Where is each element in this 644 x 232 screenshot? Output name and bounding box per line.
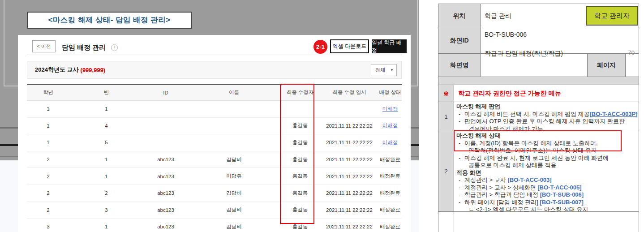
note-mark: ※ [438, 85, 454, 102]
table-cell: abc123 [143, 224, 188, 229]
spec-line: 적용 화면 [454, 169, 639, 177]
table-cell: 배정완료 [378, 223, 402, 230]
chevron-down-icon: ▼ [390, 68, 394, 72]
table-cell: 이담유 [188, 173, 280, 180]
spec-line: -마스킹 해제 버튼 선택 시, 마스킹 해제 팝업 제공[BO-T-ACC-0… [454, 111, 639, 118]
section-content: 마스킹 해제 상태-이름, 계정(ID) 항목은 마스킹 해제 상태로 노출하며… [454, 131, 639, 211]
spec-text: 마스킹 해제 팝업 [456, 103, 500, 110]
assignment-status: 배정완료 [380, 207, 400, 212]
spec-screen-link[interactable]: [BO-T-ACC-005] [537, 184, 581, 191]
table-cell: 2021.11.11 22:22:22 [320, 224, 378, 229]
section-content: 마스킹 해제 팝업-마스킹 해제 버튼 선택 시, 마스킹 해제 팝업 제공[B… [454, 102, 639, 131]
table-cell: abc123 [143, 174, 188, 179]
assignment-status[interactable]: 미배정 [382, 106, 398, 112]
table-cell: 배정완료 [378, 156, 402, 163]
table-cell: 배정완료 [378, 190, 402, 197]
spec-text: ㄴ <2-1> 엑셀 다운로드 시는 마스킹 상태 유지 [468, 206, 588, 211]
table-cell: 홍길동 [280, 223, 320, 230]
table-row: 21abc123김담비홍길동2021.11.11 22:22:22배정완료 [27, 151, 402, 168]
table-cell: 2021.11.11 22:22:22 [320, 123, 378, 129]
column-header: 학년 [27, 89, 69, 96]
bullet-dash: - [454, 176, 464, 184]
table-cell: 2021.11.11 22:22:22 [320, 207, 378, 213]
excel-download-button[interactable]: 엑셀 다운로드 [330, 39, 369, 53]
header-divider [27, 55, 402, 55]
spec-text: 연락처(전화번호, 이메일주소)는 마스킹 상태 유지 [468, 147, 597, 154]
table-cell: 김담비 [188, 223, 280, 230]
column-header: 최종 수정자 [280, 89, 320, 96]
spec-line: 공통으로 마스킹 해제 상태를 적용 [454, 162, 639, 169]
screen-name-label: 화면명 [438, 54, 481, 77]
table-row: 23abc123김담비홍길동2021.11.11 22:22:22배정완료 [27, 202, 402, 219]
column-header: 반 [69, 89, 143, 96]
assignment-status: 배정완료 [380, 190, 400, 196]
location-label: 위치 [438, 4, 481, 28]
page-number: 70 [628, 49, 635, 56]
note-text: 학교 관리자 권한만 접근 가능한 메뉴 [454, 85, 639, 102]
table-cell: 홍길동 [280, 206, 320, 213]
spec-line: -계정관리 > 교사 [BO-T-ACC-003] [454, 176, 639, 184]
bullet-dash: - [454, 111, 464, 118]
table-cell: 홍길동 [280, 156, 320, 163]
spec-screen-link[interactable]: [BO-T-SUB-007] [540, 199, 584, 206]
table-cell: 홍길동 [280, 122, 320, 129]
spec-text: 공통으로 마스킹 해제 상태를 적용 [468, 162, 556, 168]
spec-spacer-row [438, 77, 639, 85]
table-row: 15홍길동2021.11.11 22:22:22미배정 [27, 134, 402, 151]
spec-row-screen-name: 화면명 학급과 담임 배정(학년/학급) 페이지 70 [438, 54, 639, 77]
filter-dropdown-value: 전체 [375, 67, 390, 73]
spec-line: -하위 페이지 [담임 배정 관리] [BO-T-SUB-007] [454, 199, 639, 206]
table-cell: 2 [69, 190, 143, 196]
section-number: 1 [438, 102, 454, 131]
spec-text: 마스킹 해제 상태 [456, 132, 500, 139]
table-cell: 2021.11.11 22:22:22 [320, 190, 378, 196]
table-cell: abc123 [143, 190, 188, 196]
screen-id-label: 화면ID [438, 28, 481, 53]
spec-text: 마스킹 해제 버튼 선택 시, 마스킹 해제 팝업 제공 [464, 111, 590, 117]
spec-row-location: 위치 학급 관리 학교 관리자 [438, 4, 639, 28]
table-cell: 2 [27, 157, 69, 162]
table-cell: 김담비 [188, 156, 280, 163]
assignment-status: 배정완료 [380, 173, 400, 179]
empty-number-cell [438, 212, 454, 232]
spec-text: 계정관리 > 교사 > 상세화면 [464, 184, 537, 191]
table-cell: 1 [69, 224, 143, 229]
assignment-status[interactable]: 미배정 [382, 140, 398, 145]
table-cell: 3 [27, 224, 69, 229]
assignment-status[interactable]: 미배정 [382, 123, 398, 128]
assignment-status: 배정완료 [380, 224, 400, 229]
spec-screen-link[interactable]: [BO-T-SUB-006] [540, 191, 584, 198]
table-cell: 2021.11.11 22:22:22 [320, 174, 378, 179]
spec-section-2: 2 마스킹 해제 상태-이름, 계정(ID) 항목은 마스킹 해제 상태로 노출… [438, 131, 639, 212]
back-button[interactable]: < 이전 [32, 40, 56, 52]
table-cell: 김담비 [188, 190, 280, 197]
spec-text: 학급관리 > 학급과 담임 배정 [464, 191, 540, 198]
spec-line: 경우에만 마스킹 해제가 가능 [454, 125, 639, 131]
assignment-status: 배정완료 [380, 157, 400, 162]
spec-empty-row [438, 212, 639, 232]
info-icon[interactable]: ! [111, 44, 118, 51]
table-cell: 미배정 [378, 106, 402, 112]
spec-text: 팝업에서 OTP 인증 완료 후 마스킹 해제 사유 입력까지 완료한 [464, 118, 625, 125]
spec-section-1: 1 마스킹 해제 팝업-마스킹 해제 버튼 선택 시, 마스킹 해제 팝업 제공… [438, 102, 639, 131]
assignment-table-header: 학년반ID이름최종 수정자최종 수정 일시배정 상태 [27, 84, 402, 101]
spec-screen-link[interactable]: [BO-T-ACC-003] [507, 176, 551, 183]
spec-line: 마스킹 해제 상태 [454, 132, 639, 140]
table-cell: 5 [69, 140, 143, 145]
table-cell: 홍길동 [280, 190, 320, 197]
bulk-class-assign-label: 일괄 학급 배정 [372, 39, 407, 54]
bulk-class-assign-button[interactable]: 일괄 학급 배정 [372, 39, 407, 53]
spec-screen-link[interactable]: [BO-T-ACC-003P] [590, 111, 638, 117]
table-row: 31abc123김담비홍길동2021.11.11 22:22:22배정완료 [27, 219, 402, 232]
table-cell: abc123 [143, 207, 188, 213]
table-cell: 1 [69, 106, 143, 112]
filter-dropdown[interactable]: 전체 ▼ [371, 64, 397, 76]
bullet-dash: - [454, 199, 464, 206]
summary-filter-bar: 2024학년도 교사 (999,999) 전체 ▼ [27, 61, 402, 79]
table-cell: 1 [69, 174, 143, 179]
screenshot-caption: <마스킹 해제 상태- 담임 배정 관리> [27, 12, 192, 29]
caption-text: <마스킹 해제 상태- 담임 배정 관리> [48, 15, 171, 25]
spec-line: -팝업에서 OTP 인증 완료 후 마스킹 해제 사유 입력까지 완료한 [454, 118, 639, 125]
bullet-dash: - [454, 191, 464, 199]
table-cell: 미배정 [378, 139, 402, 146]
